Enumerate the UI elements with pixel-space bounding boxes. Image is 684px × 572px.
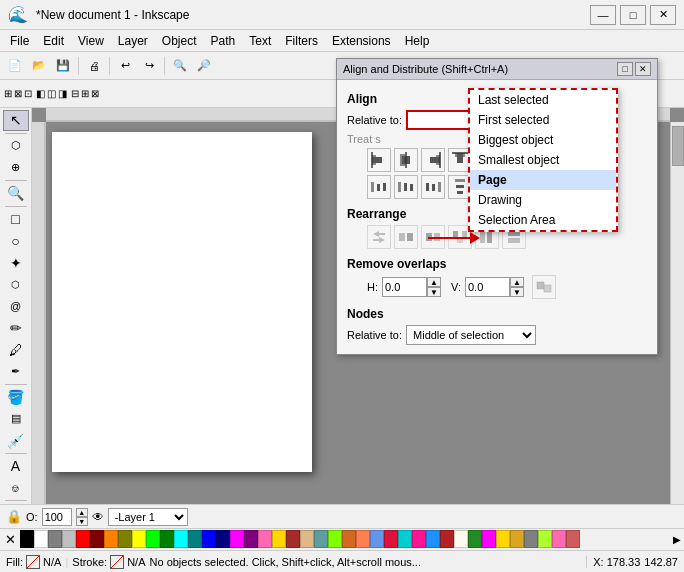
menu-item-filters[interactable]: Filters	[279, 32, 324, 50]
align-right-edge-btn[interactable]	[421, 148, 445, 172]
color-swatch-19[interactable]	[286, 530, 300, 548]
v-down-btn[interactable]: ▼	[510, 287, 524, 297]
color-swatch-17[interactable]	[258, 530, 272, 548]
h-down-btn[interactable]: ▼	[427, 287, 441, 297]
color-swatch-16[interactable]	[244, 530, 258, 548]
color-swatch-33[interactable]	[482, 530, 496, 548]
align-center-h-btn[interactable]	[394, 148, 418, 172]
color-swatch-23[interactable]	[342, 530, 356, 548]
minimize-button[interactable]: —	[590, 5, 616, 25]
pen-tool[interactable]: 🖊	[3, 339, 29, 360]
rect-tool[interactable]: □	[3, 209, 29, 230]
snap-btn2[interactable]: ⊠	[14, 88, 22, 99]
color-swatch-29[interactable]	[426, 530, 440, 548]
panel-expand-btn[interactable]: □	[617, 62, 633, 76]
close-button[interactable]: ✕	[650, 5, 676, 25]
select-tool[interactable]: ↖	[3, 110, 29, 131]
opacity-down-btn[interactable]: ▼	[76, 517, 88, 526]
new-btn[interactable]: 📄	[4, 55, 26, 77]
color-swatch-10[interactable]	[160, 530, 174, 548]
menu-item-object[interactable]: Object	[156, 32, 203, 50]
color-swatch-22[interactable]	[328, 530, 342, 548]
tweak-tool[interactable]: ⊕	[3, 157, 29, 178]
option-page[interactable]: Page	[470, 170, 616, 190]
color-swatch-5[interactable]	[90, 530, 104, 548]
menu-item-extensions[interactable]: Extensions	[326, 32, 397, 50]
color-swatch-31[interactable]	[454, 530, 468, 548]
color-swatch-26[interactable]	[384, 530, 398, 548]
zoom-out[interactable]: 🔎	[193, 55, 215, 77]
align-right-btn[interactable]: ◨	[58, 88, 67, 99]
rearrange-btn1[interactable]	[394, 225, 418, 249]
h-input[interactable]	[382, 277, 427, 297]
color-swatch-8[interactable]	[132, 530, 146, 548]
undo-btn[interactable]: ↩	[114, 55, 136, 77]
align-center-btn[interactable]: ◫	[47, 88, 56, 99]
align-left-edge-btn[interactable]	[367, 148, 391, 172]
connector-tool[interactable]: ⎊	[3, 478, 29, 499]
menu-item-path[interactable]: Path	[205, 32, 242, 50]
color-swatch-7[interactable]	[118, 530, 132, 548]
color-swatch-14[interactable]	[216, 530, 230, 548]
redo-btn[interactable]: ↪	[138, 55, 160, 77]
panel-close-btn[interactable]: ✕	[635, 62, 651, 76]
v-input[interactable]	[465, 277, 510, 297]
color-swatch-24[interactable]	[356, 530, 370, 548]
color-swatch-39[interactable]	[566, 530, 580, 548]
menu-item-view[interactable]: View	[72, 32, 110, 50]
bucket-tool[interactable]: 🪣	[3, 387, 29, 408]
color-swatch-0[interactable]	[20, 530, 34, 548]
layer-selector[interactable]: -Layer 1	[108, 508, 188, 526]
opacity-up-btn[interactable]: ▲	[76, 508, 88, 517]
color-swatch-12[interactable]	[188, 530, 202, 548]
menu-item-help[interactable]: Help	[399, 32, 436, 50]
option-drawing[interactable]: Drawing	[470, 190, 616, 210]
remove-overlap-btn[interactable]	[532, 275, 556, 299]
color-swatch-1[interactable]	[34, 530, 48, 548]
open-btn[interactable]: 📂	[28, 55, 50, 77]
gradient-tool[interactable]: ▤	[3, 408, 29, 429]
color-swatch-37[interactable]	[538, 530, 552, 548]
menu-item-edit[interactable]: Edit	[37, 32, 70, 50]
color-swatch-20[interactable]	[300, 530, 314, 548]
option-biggest-object[interactable]: Biggest object	[470, 130, 616, 150]
print-btn[interactable]: 🖨	[83, 55, 105, 77]
color-swatch-35[interactable]	[510, 530, 524, 548]
color-swatch-27[interactable]	[398, 530, 412, 548]
h-up-btn[interactable]: ▲	[427, 277, 441, 287]
dist-btn3[interactable]: ⊠	[91, 88, 99, 99]
color-swatch-34[interactable]	[496, 530, 510, 548]
maximize-button[interactable]: □	[620, 5, 646, 25]
dist-right-btn[interactable]	[421, 175, 445, 199]
color-swatch-18[interactable]	[272, 530, 286, 548]
color-swatch-4[interactable]	[76, 530, 90, 548]
circle-tool[interactable]: ○	[3, 230, 29, 251]
option-last-selected[interactable]: Last selected	[470, 90, 616, 110]
3d-tool[interactable]: ⬡	[3, 274, 29, 295]
color-swatch-2[interactable]	[48, 530, 62, 548]
eyedropper-tool[interactable]: 💉	[3, 430, 29, 451]
color-swatch-6[interactable]	[104, 530, 118, 548]
scroll-right-btn[interactable]: ▶	[670, 534, 684, 545]
menu-item-layer[interactable]: Layer	[112, 32, 154, 50]
exchange-btn[interactable]	[367, 225, 391, 249]
color-swatch-15[interactable]	[230, 530, 244, 548]
menu-item-file[interactable]: File	[4, 32, 35, 50]
dist-left-btn[interactable]	[367, 175, 391, 199]
color-swatch-11[interactable]	[174, 530, 188, 548]
zoom-in[interactable]: 🔍	[169, 55, 191, 77]
v-up-btn[interactable]: ▲	[510, 277, 524, 287]
nodes-relative-dropdown[interactable]: Middle of selection	[406, 325, 536, 345]
color-swatch-25[interactable]	[370, 530, 384, 548]
color-swatch-32[interactable]	[468, 530, 482, 548]
text-tool[interactable]: A	[3, 456, 29, 477]
color-swatch-28[interactable]	[412, 530, 426, 548]
node-tool[interactable]: ⬡	[3, 136, 29, 157]
zoom-tool[interactable]: 🔍	[3, 183, 29, 204]
align-left-btn[interactable]: ◧	[36, 88, 45, 99]
color-swatch-30[interactable]	[440, 530, 454, 548]
remove-color-btn[interactable]: ✕	[0, 532, 20, 547]
color-swatch-38[interactable]	[552, 530, 566, 548]
opacity-input[interactable]	[42, 508, 72, 526]
dist-center-h-btn[interactable]	[394, 175, 418, 199]
